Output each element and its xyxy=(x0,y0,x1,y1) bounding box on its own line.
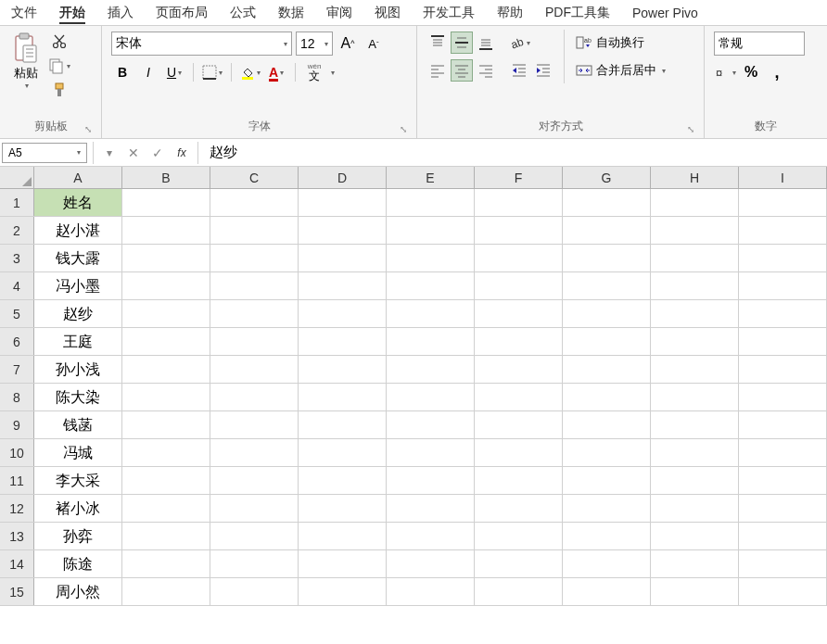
cell[interactable] xyxy=(122,356,210,383)
align-left-button[interactable] xyxy=(426,59,449,82)
tab-formulas[interactable]: 公式 xyxy=(226,3,260,23)
cell[interactable]: 褚小冰 xyxy=(34,495,122,522)
cell[interactable] xyxy=(210,356,299,383)
cell[interactable]: 钱大露 xyxy=(34,245,122,271)
decrease-indent-button[interactable] xyxy=(508,59,530,82)
cell[interactable] xyxy=(299,272,387,299)
row-header[interactable]: 11 xyxy=(0,467,34,494)
cell[interactable] xyxy=(563,384,651,410)
cell[interactable]: 王庭 xyxy=(34,328,122,355)
cell[interactable] xyxy=(387,189,475,216)
cell[interactable] xyxy=(122,578,210,605)
cell[interactable] xyxy=(475,272,563,299)
cell[interactable] xyxy=(387,467,475,494)
cell[interactable] xyxy=(475,550,563,577)
cell[interactable] xyxy=(563,523,651,549)
tab-data[interactable]: 数据 xyxy=(274,3,308,23)
cell[interactable] xyxy=(651,217,739,244)
cell[interactable] xyxy=(299,439,387,466)
cell[interactable] xyxy=(563,245,651,271)
tab-review[interactable]: 审阅 xyxy=(323,3,356,23)
cell[interactable] xyxy=(563,300,651,327)
cell[interactable] xyxy=(210,328,299,355)
cell[interactable] xyxy=(210,439,299,466)
cell[interactable] xyxy=(210,384,299,410)
enter-button[interactable]: ✓ xyxy=(146,143,170,163)
cell[interactable] xyxy=(210,189,299,216)
cell[interactable] xyxy=(739,384,827,410)
phonetic-button[interactable]: wén 文 xyxy=(303,61,325,83)
cell[interactable]: 姓名 xyxy=(34,189,122,216)
cell[interactable] xyxy=(475,328,563,355)
cell[interactable] xyxy=(210,411,299,438)
cell[interactable]: 孙小浅 xyxy=(34,356,122,383)
cell[interactable] xyxy=(387,495,475,522)
cell[interactable] xyxy=(563,328,651,355)
number-format-select[interactable]: 常规 xyxy=(714,32,805,56)
cell[interactable] xyxy=(475,245,563,271)
tab-page-layout[interactable]: 页面布局 xyxy=(152,3,211,23)
align-middle-button[interactable] xyxy=(451,32,473,54)
cell[interactable] xyxy=(475,217,563,244)
font-name-select[interactable]: 宋体 ▾ xyxy=(111,32,292,56)
cell[interactable] xyxy=(122,523,210,549)
cell[interactable] xyxy=(122,189,210,216)
col-header-d[interactable]: D xyxy=(299,167,387,188)
row-header[interactable]: 5 xyxy=(0,300,34,327)
cell[interactable] xyxy=(387,523,475,549)
alignment-launcher[interactable]: ⤡ xyxy=(687,124,694,134)
row-header[interactable]: 14 xyxy=(0,550,34,577)
cell[interactable]: 周小然 xyxy=(34,578,122,605)
format-painter-button[interactable] xyxy=(48,80,70,100)
cell[interactable] xyxy=(122,328,210,355)
cell[interactable] xyxy=(299,189,387,216)
cell[interactable] xyxy=(475,189,563,216)
cell[interactable] xyxy=(387,245,475,271)
cell[interactable]: 赵纱 xyxy=(34,300,122,327)
cell[interactable] xyxy=(299,245,387,271)
cell[interactable] xyxy=(299,384,387,410)
cell[interactable] xyxy=(475,384,563,410)
cell[interactable]: 冯城 xyxy=(34,439,122,466)
fill-color-button[interactable]: ▾ xyxy=(239,61,261,83)
cell[interactable] xyxy=(739,300,827,327)
font-size-select[interactable]: 12 ▾ xyxy=(296,32,333,56)
tab-pdf-tools[interactable]: PDF工具集 xyxy=(541,3,614,23)
cell[interactable] xyxy=(651,300,739,327)
cell[interactable] xyxy=(387,217,475,244)
cell[interactable]: 陈途 xyxy=(34,550,122,577)
cell[interactable]: 李大采 xyxy=(34,467,122,494)
italic-button[interactable]: I xyxy=(137,61,159,83)
tab-view[interactable]: 视图 xyxy=(371,3,404,23)
tab-file[interactable]: 文件 xyxy=(7,3,41,23)
cell[interactable] xyxy=(122,245,210,271)
cell[interactable] xyxy=(210,550,299,577)
align-bottom-button[interactable] xyxy=(475,32,497,54)
cell[interactable] xyxy=(475,356,563,383)
cell[interactable] xyxy=(651,189,739,216)
row-header[interactable]: 13 xyxy=(0,523,34,549)
cell[interactable] xyxy=(210,495,299,522)
cell[interactable] xyxy=(299,578,387,605)
formula-input[interactable] xyxy=(202,143,827,163)
cell[interactable] xyxy=(475,523,563,549)
align-right-button[interactable] xyxy=(475,59,497,82)
cell[interactable] xyxy=(563,356,651,383)
cell[interactable] xyxy=(739,245,827,271)
cell[interactable] xyxy=(475,300,563,327)
orientation-button[interactable]: ab▾ xyxy=(508,32,530,54)
cell[interactable] xyxy=(651,328,739,355)
cut-button[interactable] xyxy=(48,32,70,52)
row-header[interactable]: 10 xyxy=(0,439,34,466)
merge-center-button[interactable]: 合并后居中 ▾ xyxy=(572,59,669,82)
cell[interactable] xyxy=(651,523,739,549)
cell[interactable] xyxy=(563,467,651,494)
cell[interactable] xyxy=(739,411,827,438)
cell[interactable] xyxy=(387,300,475,327)
paste-button[interactable]: 粘贴 ▾ xyxy=(7,30,45,92)
cell[interactable] xyxy=(651,356,739,383)
cell[interactable] xyxy=(563,439,651,466)
col-header-a[interactable]: A xyxy=(34,167,122,188)
tab-developer[interactable]: 开发工具 xyxy=(419,3,478,23)
cell[interactable] xyxy=(651,550,739,577)
